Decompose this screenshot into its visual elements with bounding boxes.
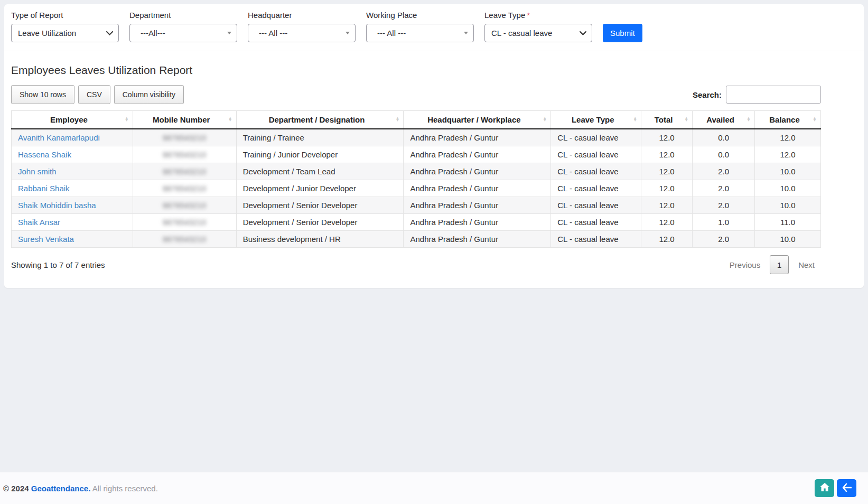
mobile-cell: 9876543210 — [133, 180, 236, 197]
submit-button[interactable]: Submit — [603, 24, 642, 42]
column-header-headquarter[interactable]: Headquarter / Workplace▲▼ — [404, 111, 551, 129]
home-icon — [820, 483, 829, 493]
required-asterisk: * — [527, 11, 530, 20]
working-place-value: --- All --- — [373, 29, 406, 38]
leave-type-select[interactable]: CL - casual leave — [484, 24, 592, 42]
column-header-label: Employee — [50, 115, 88, 124]
availed-cell: 0.0 — [693, 146, 755, 163]
previous-page-button[interactable]: Previous — [723, 256, 767, 274]
table-row: Hassena Shaik 9876543210 Training / Juni… — [12, 146, 821, 163]
redacted-mobile: 9876543210 — [163, 167, 207, 176]
show-rows-button[interactable]: Show 10 rows — [11, 85, 74, 104]
arrow-left-icon — [842, 483, 852, 493]
mobile-cell: 9876543210 — [133, 129, 236, 146]
leave-type-cell: CL - casual leave — [551, 231, 641, 248]
mobile-cell: 9876543210 — [133, 214, 236, 231]
leave-type-cell: CL - casual leave — [551, 214, 641, 231]
redacted-mobile: 9876543210 — [163, 218, 207, 227]
showing-entries-text: Showing 1 to 7 of 7 entries — [11, 260, 105, 269]
column-header-label: Mobile Number — [153, 115, 210, 124]
sort-arrows-icon: ▲▼ — [813, 117, 817, 123]
working-place-select[interactable]: --- All --- — [366, 24, 474, 42]
headquarter-select[interactable]: --- All --- — [248, 24, 356, 42]
column-header-label: Availed — [706, 115, 734, 124]
redacted-mobile: 9876543210 — [163, 184, 207, 193]
filter-headquarter: Headquarter --- All --- — [248, 11, 356, 42]
table-row: Suresh Venkata 9876543210 Business devel… — [12, 231, 821, 248]
employee-link[interactable]: Shaik Ansar — [12, 214, 133, 231]
mobile-cell: 9876543210 — [133, 146, 236, 163]
balance-cell: 10.0 — [755, 231, 821, 248]
employee-link[interactable]: Avanith Kanamarlapudi — [12, 129, 133, 146]
total-cell: 12.0 — [641, 163, 693, 180]
total-cell: 12.0 — [641, 180, 693, 197]
leave-type-cell: CL - casual leave — [551, 180, 641, 197]
filter-bar: Type of Report Leave Utilization Departm… — [4, 4, 864, 51]
department-cell: Development / Senior Developer — [236, 214, 404, 231]
employee-link[interactable]: Rabbani Shaik — [12, 180, 133, 197]
type-of-report-select[interactable]: Leave Utilization — [11, 24, 119, 42]
leave-type-label-text: Leave Type — [484, 11, 525, 20]
employee-link[interactable]: John smith — [12, 163, 133, 180]
leaves-table: Employee▲▼ Mobile Number▲▼ Department / … — [11, 110, 821, 248]
column-header-department[interactable]: Department / Designation▲▼ — [236, 111, 404, 129]
column-header-availed[interactable]: Availed▲▼ — [693, 111, 755, 129]
filter-leave-type: Leave Type* CL - casual leave — [484, 11, 592, 42]
sort-arrows-icon: ▲▼ — [543, 117, 547, 123]
table-row: Avanith Kanamarlapudi 9876543210 Trainin… — [12, 129, 821, 146]
search-input[interactable] — [726, 86, 821, 104]
leave-type-cell: CL - casual leave — [551, 129, 641, 146]
leave-type-value: CL - casual leave — [491, 29, 552, 38]
redacted-mobile: 9876543210 — [163, 201, 207, 210]
department-select[interactable]: ---All--- — [129, 24, 237, 42]
filter-working-place: Working Place --- All --- — [366, 11, 474, 42]
availed-cell: 2.0 — [693, 180, 755, 197]
redacted-mobile: 9876543210 — [163, 134, 207, 142]
column-header-mobile[interactable]: Mobile Number▲▼ — [133, 111, 236, 129]
sort-arrows-icon: ▲▼ — [684, 117, 688, 123]
table-footer: Showing 1 to 7 of 7 entries Previous 1 N… — [11, 255, 821, 274]
balance-cell: 11.0 — [755, 214, 821, 231]
employee-link[interactable]: Suresh Venkata — [12, 231, 133, 248]
next-page-button[interactable]: Next — [792, 256, 821, 274]
dropdown-arrow-icon — [227, 32, 231, 34]
availed-cell: 0.0 — [693, 129, 755, 146]
column-header-total[interactable]: Total▲▼ — [641, 111, 693, 129]
balance-cell: 10.0 — [755, 197, 821, 214]
dropdown-arrow-icon — [346, 32, 350, 34]
column-header-leave-type[interactable]: Leave Type▲▼ — [551, 111, 641, 129]
employee-link[interactable]: Shaik Mohiddin basha — [12, 197, 133, 214]
page-number-button[interactable]: 1 — [770, 255, 789, 274]
chevron-down-icon — [580, 31, 586, 35]
report-section: Employees Leaves Utilization Report Show… — [4, 51, 864, 288]
sort-arrows-icon: ▲▼ — [633, 117, 637, 123]
copyright-text: © 2024 Geoattendance. All rights reserve… — [3, 484, 158, 493]
home-button[interactable] — [815, 479, 834, 497]
column-header-employee[interactable]: Employee▲▼ — [12, 111, 133, 129]
type-of-report-label: Type of Report — [11, 11, 119, 20]
leave-type-cell: CL - casual leave — [551, 163, 641, 180]
total-cell: 12.0 — [641, 146, 693, 163]
csv-export-button[interactable]: CSV — [78, 85, 110, 104]
leave-type-cell: CL - casual leave — [551, 197, 641, 214]
back-button[interactable] — [837, 479, 856, 497]
column-header-label: Balance — [769, 115, 800, 124]
column-visibility-button[interactable]: Column visibility — [114, 85, 184, 104]
leave-type-label: Leave Type* — [484, 11, 592, 20]
dropdown-arrow-icon — [464, 32, 468, 34]
sort-arrows-icon: ▲▼ — [125, 117, 129, 123]
department-cell: Training / Junior Developer — [236, 146, 404, 163]
availed-cell: 2.0 — [693, 163, 755, 180]
headquarter-value: --- All --- — [255, 29, 287, 38]
employee-link[interactable]: Hassena Shaik — [12, 146, 133, 163]
mobile-cell: 9876543210 — [133, 163, 236, 180]
department-cell: Business development / HR — [236, 231, 404, 248]
page-title: Employees Leaves Utilization Report — [11, 64, 821, 77]
column-header-balance[interactable]: Balance▲▼ — [755, 111, 821, 129]
headquarter-cell: Andhra Pradesh / Guntur — [404, 129, 551, 146]
filter-department: Department ---All--- — [129, 11, 237, 42]
balance-cell: 10.0 — [755, 180, 821, 197]
brand-link[interactable]: Geoattendance. — [31, 484, 91, 493]
department-cell: Development / Team Lead — [236, 163, 404, 180]
redacted-mobile: 9876543210 — [163, 151, 207, 159]
